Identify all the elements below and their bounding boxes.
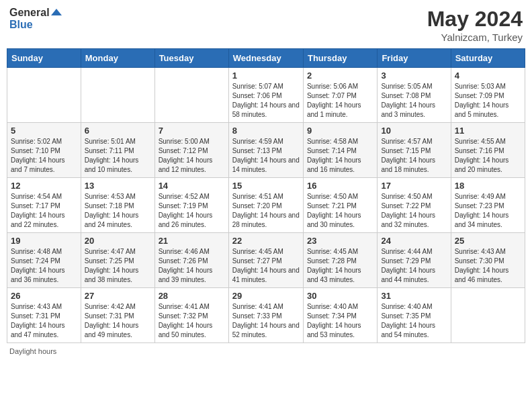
day-info: Sunrise: 4:49 AMSunset: 7:23 PMDaylight:… [455, 192, 521, 230]
day-info: Sunrise: 5:05 AMSunset: 7:08 PMDaylight:… [381, 82, 447, 120]
day-number: 23 [307, 236, 373, 246]
footer-note: Daylight hours [7, 347, 525, 355]
day-number: 7 [159, 126, 225, 136]
day-number: 6 [85, 126, 151, 136]
day-info: Sunrise: 5:00 AMSunset: 7:12 PMDaylight:… [159, 137, 225, 175]
day-info: Sunrise: 4:58 AMSunset: 7:14 PMDaylight:… [307, 137, 373, 175]
day-info: Sunrise: 5:01 AMSunset: 7:11 PMDaylight:… [85, 137, 151, 175]
day-number: 18 [455, 181, 521, 191]
calendar-cell: 2Sunrise: 5:06 AMSunset: 7:07 PMDaylight… [303, 68, 377, 123]
day-info: Sunrise: 4:50 AMSunset: 7:21 PMDaylight:… [307, 192, 373, 230]
day-number: 21 [159, 236, 225, 246]
day-info: Sunrise: 4:55 AMSunset: 7:16 PMDaylight:… [455, 137, 521, 175]
subtitle: Yalnizcam, Turkey [427, 32, 523, 43]
day-number: 16 [307, 181, 373, 191]
day-number: 28 [159, 291, 225, 301]
day-number: 15 [232, 181, 300, 191]
day-info: Sunrise: 5:02 AMSunset: 7:10 PMDaylight:… [11, 137, 77, 175]
col-header-saturday: Saturday [451, 49, 525, 68]
day-number: 9 [307, 126, 373, 136]
calendar-cell: 1Sunrise: 5:07 AMSunset: 7:06 PMDaylight… [228, 68, 303, 123]
calendar-cell: 23Sunrise: 4:45 AMSunset: 7:28 PMDayligh… [303, 233, 377, 288]
day-number: 30 [307, 291, 373, 301]
day-info: Sunrise: 4:54 AMSunset: 7:17 PMDaylight:… [11, 192, 77, 230]
page-header: General Blue May 2024 Yalnizcam, Turkey [7, 7, 525, 43]
calendar-cell [81, 68, 154, 123]
calendar-cell: 12Sunrise: 4:54 AMSunset: 7:17 PMDayligh… [7, 178, 81, 233]
day-info: Sunrise: 4:44 AMSunset: 7:29 PMDaylight:… [381, 247, 447, 285]
calendar-cell: 17Sunrise: 4:50 AMSunset: 7:22 PMDayligh… [378, 178, 451, 233]
calendar-cell: 15Sunrise: 4:51 AMSunset: 7:20 PMDayligh… [228, 178, 303, 233]
day-info: Sunrise: 4:43 AMSunset: 7:31 PMDaylight:… [11, 302, 77, 340]
calendar-week-3: 19Sunrise: 4:48 AMSunset: 7:24 PMDayligh… [7, 233, 525, 288]
calendar-table: SundayMondayTuesdayWednesdayThursdayFrid… [7, 48, 525, 343]
day-info: Sunrise: 4:59 AMSunset: 7:13 PMDaylight:… [232, 137, 300, 175]
calendar-cell: 31Sunrise: 4:40 AMSunset: 7:35 PMDayligh… [378, 288, 451, 343]
calendar-cell: 26Sunrise: 4:43 AMSunset: 7:31 PMDayligh… [7, 288, 81, 343]
day-info: Sunrise: 4:53 AMSunset: 7:18 PMDaylight:… [85, 192, 151, 230]
day-number: 26 [11, 291, 77, 301]
day-info: Sunrise: 4:50 AMSunset: 7:22 PMDaylight:… [381, 192, 447, 230]
day-number: 31 [381, 291, 447, 301]
day-info: Sunrise: 4:41 AMSunset: 7:33 PMDaylight:… [232, 302, 300, 340]
calendar-cell: 25Sunrise: 4:43 AMSunset: 7:30 PMDayligh… [451, 233, 525, 288]
day-info: Sunrise: 5:06 AMSunset: 7:07 PMDaylight:… [307, 82, 373, 120]
col-header-sunday: Sunday [7, 49, 81, 68]
calendar-cell: 30Sunrise: 4:40 AMSunset: 7:34 PMDayligh… [303, 288, 377, 343]
day-info: Sunrise: 4:51 AMSunset: 7:20 PMDaylight:… [232, 192, 300, 230]
calendar-cell: 5Sunrise: 5:02 AMSunset: 7:10 PMDaylight… [7, 123, 81, 178]
calendar-cell: 16Sunrise: 4:50 AMSunset: 7:21 PMDayligh… [303, 178, 377, 233]
calendar-cell: 6Sunrise: 5:01 AMSunset: 7:11 PMDaylight… [81, 123, 154, 178]
day-number: 14 [159, 181, 225, 191]
day-number: 19 [11, 236, 77, 246]
calendar-cell [154, 68, 228, 123]
day-info: Sunrise: 4:52 AMSunset: 7:19 PMDaylight:… [159, 192, 225, 230]
day-info: Sunrise: 4:45 AMSunset: 7:27 PMDaylight:… [232, 247, 300, 285]
calendar-cell [7, 68, 81, 123]
day-number: 5 [11, 126, 77, 136]
col-header-friday: Friday [378, 49, 451, 68]
day-info: Sunrise: 4:57 AMSunset: 7:15 PMDaylight:… [381, 137, 447, 175]
day-number: 24 [381, 236, 447, 246]
calendar-cell: 9Sunrise: 4:58 AMSunset: 7:14 PMDaylight… [303, 123, 377, 178]
day-number: 11 [455, 126, 521, 136]
day-number: 17 [381, 181, 447, 191]
day-number: 12 [11, 181, 77, 191]
calendar-cell: 27Sunrise: 4:42 AMSunset: 7:31 PMDayligh… [81, 288, 154, 343]
day-number: 20 [85, 236, 151, 246]
day-number: 1 [232, 71, 300, 81]
calendar-cell: 11Sunrise: 4:55 AMSunset: 7:16 PMDayligh… [451, 123, 525, 178]
calendar-cell: 3Sunrise: 5:05 AMSunset: 7:08 PMDaylight… [378, 68, 451, 123]
calendar-cell: 22Sunrise: 4:45 AMSunset: 7:27 PMDayligh… [228, 233, 303, 288]
day-number: 22 [232, 236, 300, 246]
col-header-monday: Monday [81, 49, 154, 68]
calendar-cell: 10Sunrise: 4:57 AMSunset: 7:15 PMDayligh… [378, 123, 451, 178]
calendar-cell: 13Sunrise: 4:53 AMSunset: 7:18 PMDayligh… [81, 178, 154, 233]
day-number: 4 [455, 71, 521, 81]
day-number: 2 [307, 71, 373, 81]
calendar-cell: 24Sunrise: 4:44 AMSunset: 7:29 PMDayligh… [378, 233, 451, 288]
calendar-cell: 8Sunrise: 4:59 AMSunset: 7:13 PMDaylight… [228, 123, 303, 178]
calendar-cell: 7Sunrise: 5:00 AMSunset: 7:12 PMDaylight… [154, 123, 228, 178]
logo-text: General Blue [9, 7, 62, 32]
day-info: Sunrise: 4:43 AMSunset: 7:30 PMDaylight:… [455, 247, 521, 285]
day-number: 13 [85, 181, 151, 191]
day-number: 8 [232, 126, 300, 136]
calendar-week-2: 12Sunrise: 4:54 AMSunset: 7:17 PMDayligh… [7, 178, 525, 233]
calendar-cell [451, 288, 525, 343]
calendar-cell: 20Sunrise: 4:47 AMSunset: 7:25 PMDayligh… [81, 233, 154, 288]
day-info: Sunrise: 5:07 AMSunset: 7:06 PMDaylight:… [232, 82, 300, 120]
day-number: 27 [85, 291, 151, 301]
day-info: Sunrise: 4:41 AMSunset: 7:32 PMDaylight:… [159, 302, 225, 340]
day-number: 3 [381, 71, 447, 81]
day-info: Sunrise: 4:42 AMSunset: 7:31 PMDaylight:… [85, 302, 151, 340]
day-info: Sunrise: 4:45 AMSunset: 7:28 PMDaylight:… [307, 247, 373, 285]
calendar-cell: 14Sunrise: 4:52 AMSunset: 7:19 PMDayligh… [154, 178, 228, 233]
day-info: Sunrise: 4:40 AMSunset: 7:35 PMDaylight:… [381, 302, 447, 340]
calendar-cell: 28Sunrise: 4:41 AMSunset: 7:32 PMDayligh… [154, 288, 228, 343]
day-number: 29 [232, 291, 300, 301]
calendar-cell: 29Sunrise: 4:41 AMSunset: 7:33 PMDayligh… [228, 288, 303, 343]
day-info: Sunrise: 5:03 AMSunset: 7:09 PMDaylight:… [455, 82, 521, 120]
day-info: Sunrise: 4:48 AMSunset: 7:24 PMDaylight:… [11, 247, 77, 285]
logo: General Blue [9, 7, 62, 32]
